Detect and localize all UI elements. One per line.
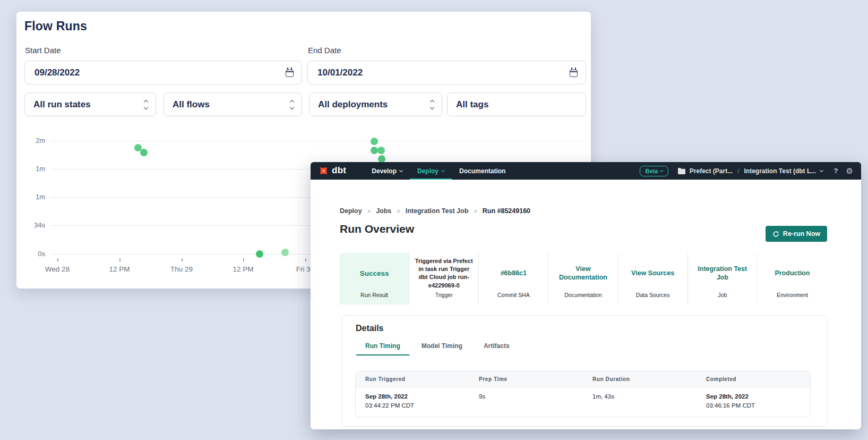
breadcrumb-item-jobs[interactable]: Jobs bbox=[376, 207, 391, 215]
table-cell-line: Sep 28th, 2022 bbox=[365, 392, 465, 401]
y-axis-tick-label: 34s bbox=[16, 221, 45, 229]
refresh-icon bbox=[772, 231, 779, 238]
table-cell-line: Sep 28th, 2022 bbox=[706, 392, 806, 401]
folder-icon bbox=[678, 168, 685, 174]
summary-card-job[interactable]: Integration Test JobJob bbox=[688, 253, 758, 304]
nav-item-label: Deploy bbox=[417, 167, 439, 175]
summary-card-label: Environment bbox=[758, 292, 827, 298]
run-timing-table: Run TriggeredPrep TimeRun DurationComple… bbox=[355, 371, 811, 417]
rerun-now-button[interactable]: Re-run Now bbox=[766, 226, 827, 242]
run-overview-title: Run Overview bbox=[340, 223, 414, 235]
summary-card-label: Commit SHA bbox=[479, 292, 548, 298]
table-header-completed: Completed bbox=[697, 371, 810, 387]
summary-card-value[interactable]: Production bbox=[775, 269, 810, 277]
summary-card-label: Trigger bbox=[409, 292, 478, 298]
gear-icon[interactable]: ⚙ bbox=[846, 167, 853, 175]
summary-card-trigger: Triggered via Prefect in task run Trigge… bbox=[409, 253, 479, 304]
nav-item-deploy[interactable]: Deploy bbox=[410, 162, 452, 180]
y-axis-tick-label: 1m bbox=[16, 165, 45, 173]
summary-card-label: Data Sources bbox=[618, 292, 687, 298]
beta-label: Beta bbox=[645, 168, 658, 174]
flow-run-point[interactable] bbox=[371, 147, 378, 154]
table-cell: 1m, 43s bbox=[583, 387, 697, 417]
breadcrumb-item-deploy[interactable]: Deploy bbox=[340, 207, 362, 215]
breadcrumb-item-run-85249160: Run #85249160 bbox=[483, 207, 530, 215]
summary-card-data-sources[interactable]: View SourcesData Sources bbox=[618, 253, 688, 304]
summary-card-value[interactable]: View Sources bbox=[631, 269, 674, 277]
table-row: Sep 28th, 202203:44:22 PM CDT9s1m, 43sSe… bbox=[356, 387, 810, 417]
summary-card-commit-sha[interactable]: #6b86c1Commit SHA bbox=[479, 253, 548, 304]
tab-model-timing[interactable]: Model Timing bbox=[412, 342, 471, 356]
table-header-run-duration: Run Duration bbox=[583, 371, 697, 387]
chevron-down-icon[interactable] bbox=[820, 168, 823, 172]
table-cell: Sep 28th, 202203:46:16 PM CDT bbox=[697, 387, 810, 417]
table-cell-line: 03:44:22 PM CDT bbox=[365, 401, 465, 410]
y-axis-tick-label: 2m bbox=[16, 137, 45, 145]
summary-card-value[interactable]: Integration Test Job bbox=[693, 265, 752, 282]
nav-item-develop[interactable]: Develop bbox=[364, 162, 410, 180]
x-axis-tick bbox=[182, 258, 183, 261]
x-axis-tick bbox=[57, 258, 58, 261]
dbt-logo[interactable]: dbt bbox=[319, 166, 346, 176]
table-cell-line: 9s bbox=[479, 392, 579, 401]
summary-card-label: Job bbox=[688, 292, 757, 298]
table-header-run-triggered: Run Triggered bbox=[356, 371, 469, 387]
chevron-down-icon bbox=[660, 168, 663, 172]
flow-run-point[interactable] bbox=[377, 147, 385, 154]
chevron-down-icon bbox=[399, 168, 403, 172]
table-header-row: Run TriggeredPrep TimeRun DurationComple… bbox=[356, 371, 810, 387]
y-axis-tick-label: 0s bbox=[16, 250, 45, 258]
x-axis-tick bbox=[119, 258, 121, 261]
flow-run-point[interactable] bbox=[378, 155, 385, 163]
nav-item-documentation[interactable]: Documentation bbox=[452, 162, 513, 180]
nav-item-label: Documentation bbox=[459, 167, 505, 175]
summary-card-value[interactable]: #6b86c1 bbox=[501, 269, 527, 277]
crumb-separator: / bbox=[737, 167, 739, 175]
help-icon[interactable]: ? bbox=[833, 167, 838, 175]
table-cell: 9s bbox=[469, 387, 583, 417]
dbt-logo-text: dbt bbox=[332, 165, 346, 176]
y-axis-tick-label: 1m bbox=[16, 193, 45, 201]
flow-run-point[interactable] bbox=[256, 250, 263, 258]
breadcrumb-separator: > bbox=[474, 208, 477, 214]
dbt-cloud-window: dbt DevelopDeployDocumentation Beta Pref… bbox=[311, 162, 861, 429]
dbt-nav-menu: DevelopDeployDocumentation bbox=[364, 162, 513, 180]
breadcrumb-item-integration-test-job[interactable]: Integration Test Job bbox=[406, 207, 469, 215]
run-summary-cards: SuccessRun ResultTriggered via Prefect i… bbox=[340, 253, 827, 304]
environment-crumb[interactable]: Integration Test (dbt L... bbox=[744, 167, 817, 175]
summary-card-value[interactable]: View Documentation bbox=[554, 265, 612, 282]
table-body: Sep 28th, 202203:44:22 PM CDT9s1m, 43sSe… bbox=[356, 387, 810, 417]
table-cell-line: 1m, 43s bbox=[592, 392, 692, 401]
x-axis-tick-label: Wed 28 bbox=[33, 265, 81, 273]
project-crumb[interactable]: Prefect (Part... bbox=[690, 167, 733, 175]
summary-card-run-result: SuccessRun Result bbox=[340, 253, 409, 304]
tab-run-timing[interactable]: Run Timing bbox=[356, 342, 409, 356]
summary-card-value: Success bbox=[360, 269, 389, 278]
x-axis-tick-label: 12 PM bbox=[96, 265, 143, 273]
desktop: { "prefect_window": { "title": "Flow Run… bbox=[0, 0, 868, 440]
breadcrumb: Deploy>Jobs>Integration Test Job>Run #85… bbox=[340, 207, 530, 215]
details-panel: Details Run TimingModel TimingArtifacts … bbox=[341, 315, 827, 427]
x-axis-tick-label: Thu 29 bbox=[158, 265, 205, 273]
flow-run-point[interactable] bbox=[371, 138, 378, 145]
chevron-down-icon bbox=[441, 168, 445, 172]
nav-item-label: Develop bbox=[372, 167, 397, 175]
table-cell-line: 03:46:16 PM CDT bbox=[706, 401, 806, 410]
summary-card-documentation[interactable]: View DocumentationDocumentation bbox=[548, 253, 618, 304]
account-breadcrumb: Prefect (Part... / Integration Test (dbt… bbox=[678, 167, 823, 175]
x-axis-tick-label: 12 PM bbox=[219, 265, 267, 273]
summary-card-environment[interactable]: ProductionEnvironment bbox=[758, 253, 827, 304]
summary-card-value: Triggered via Prefect in task run Trigge… bbox=[415, 257, 473, 290]
beta-dropdown[interactable]: Beta bbox=[640, 166, 668, 176]
x-axis-tick bbox=[243, 258, 244, 261]
flow-run-point[interactable] bbox=[140, 149, 148, 156]
chart-gridline bbox=[50, 141, 582, 141]
table-cell: Sep 28th, 202203:44:22 PM CDT bbox=[356, 387, 469, 417]
details-title: Details bbox=[356, 324, 383, 333]
flow-run-point[interactable] bbox=[281, 249, 289, 256]
dbt-top-navbar: dbt DevelopDeployDocumentation Beta Pref… bbox=[311, 162, 861, 180]
details-tabs: Run TimingModel TimingArtifacts bbox=[356, 342, 522, 356]
x-axis-tick bbox=[305, 258, 306, 261]
summary-card-label: Run Result bbox=[340, 292, 409, 298]
tab-artifacts[interactable]: Artifacts bbox=[475, 342, 519, 356]
